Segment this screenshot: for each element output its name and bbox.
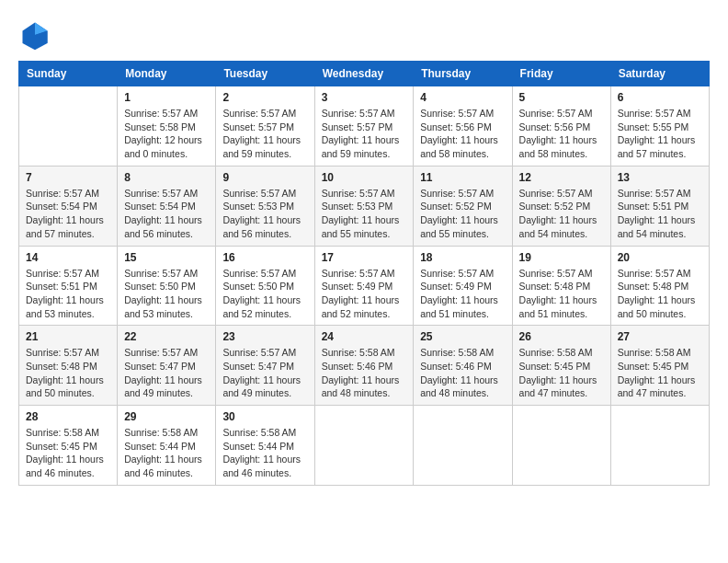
calendar-cell: 12Sunrise: 5:57 AMSunset: 5:52 PMDayligh… (512, 166, 610, 246)
weekday-header-thursday: Thursday (414, 62, 512, 86)
calendar-cell: 23Sunrise: 5:57 AMSunset: 5:47 PMDayligh… (216, 326, 314, 406)
calendar-cell: 17Sunrise: 5:57 AMSunset: 5:49 PMDayligh… (314, 246, 414, 326)
day-number: 20 (618, 251, 702, 264)
day-number: 6 (618, 91, 702, 104)
day-info: Sunrise: 5:57 AMSunset: 5:50 PMDaylight:… (124, 267, 209, 321)
day-info: Sunrise: 5:57 AMSunset: 5:55 PMDaylight:… (618, 107, 702, 161)
calendar-cell: 8Sunrise: 5:57 AMSunset: 5:54 PMDaylight… (118, 166, 216, 246)
logo (18, 18, 55, 52)
weekday-header-tuesday: Tuesday (216, 62, 314, 86)
day-number: 18 (420, 251, 505, 264)
day-info: Sunrise: 5:57 AMSunset: 5:47 PMDaylight:… (124, 346, 209, 400)
weekday-header-friday: Friday (512, 62, 610, 86)
calendar-table: SundayMondayTuesdayWednesdayThursdayFrid… (18, 61, 710, 486)
logo-icon (18, 18, 51, 52)
day-number: 4 (420, 91, 505, 104)
calendar-cell: 30Sunrise: 5:58 AMSunset: 5:44 PMDayligh… (216, 406, 314, 486)
calendar-cell: 2Sunrise: 5:57 AMSunset: 5:57 PMDaylight… (216, 86, 314, 167)
day-info: Sunrise: 5:58 AMSunset: 5:44 PMDaylight:… (124, 426, 209, 480)
day-number: 21 (26, 330, 110, 343)
day-info: Sunrise: 5:57 AMSunset: 5:54 PMDaylight:… (124, 187, 209, 241)
day-number: 16 (222, 251, 307, 264)
calendar-cell: 4Sunrise: 5:57 AMSunset: 5:56 PMDaylight… (414, 86, 512, 167)
calendar-cell: 7Sunrise: 5:57 AMSunset: 5:54 PMDaylight… (19, 166, 118, 246)
day-info: Sunrise: 5:57 AMSunset: 5:57 PMDaylight:… (322, 107, 407, 161)
calendar-week-row: 21Sunrise: 5:57 AMSunset: 5:48 PMDayligh… (19, 326, 710, 406)
day-number: 29 (124, 410, 209, 423)
day-info: Sunrise: 5:57 AMSunset: 5:54 PMDaylight:… (26, 187, 110, 241)
day-number: 5 (519, 91, 604, 104)
day-number: 2 (222, 91, 307, 104)
day-info: Sunrise: 5:57 AMSunset: 5:48 PMDaylight:… (618, 267, 702, 321)
calendar-week-row: 14Sunrise: 5:57 AMSunset: 5:51 PMDayligh… (19, 246, 710, 326)
day-info: Sunrise: 5:57 AMSunset: 5:47 PMDaylight:… (222, 346, 307, 400)
weekday-header-monday: Monday (118, 62, 216, 86)
day-number: 22 (124, 330, 209, 343)
calendar-cell: 25Sunrise: 5:58 AMSunset: 5:46 PMDayligh… (414, 326, 512, 406)
day-number: 11 (420, 171, 505, 184)
calendar-cell: 27Sunrise: 5:58 AMSunset: 5:45 PMDayligh… (610, 326, 709, 406)
day-number: 27 (618, 330, 702, 343)
page-header (18, 18, 710, 52)
calendar-cell: 26Sunrise: 5:58 AMSunset: 5:45 PMDayligh… (512, 326, 610, 406)
calendar-cell: 15Sunrise: 5:57 AMSunset: 5:50 PMDayligh… (118, 246, 216, 326)
day-number: 24 (322, 330, 407, 343)
day-number: 7 (26, 171, 110, 184)
day-info: Sunrise: 5:57 AMSunset: 5:57 PMDaylight:… (222, 107, 307, 161)
calendar-cell: 9Sunrise: 5:57 AMSunset: 5:53 PMDaylight… (216, 166, 314, 246)
day-number: 23 (222, 330, 307, 343)
day-info: Sunrise: 5:58 AMSunset: 5:45 PMDaylight:… (618, 346, 702, 400)
calendar-header: SundayMondayTuesdayWednesdayThursdayFrid… (19, 62, 710, 86)
day-number: 9 (222, 171, 307, 184)
weekday-header-sunday: Sunday (19, 62, 118, 86)
day-info: Sunrise: 5:57 AMSunset: 5:53 PMDaylight:… (322, 187, 407, 241)
day-info: Sunrise: 5:57 AMSunset: 5:58 PMDaylight:… (124, 107, 209, 161)
weekday-header-saturday: Saturday (610, 62, 709, 86)
calendar-week-row: 7Sunrise: 5:57 AMSunset: 5:54 PMDaylight… (19, 166, 710, 246)
day-info: Sunrise: 5:57 AMSunset: 5:51 PMDaylight:… (26, 267, 110, 321)
day-number: 12 (519, 171, 604, 184)
calendar-cell: 13Sunrise: 5:57 AMSunset: 5:51 PMDayligh… (610, 166, 709, 246)
calendar-cell: 29Sunrise: 5:58 AMSunset: 5:44 PMDayligh… (118, 406, 216, 486)
day-number: 28 (26, 410, 110, 423)
calendar-cell: 11Sunrise: 5:57 AMSunset: 5:52 PMDayligh… (414, 166, 512, 246)
day-info: Sunrise: 5:57 AMSunset: 5:52 PMDaylight:… (519, 187, 604, 241)
calendar-cell: 22Sunrise: 5:57 AMSunset: 5:47 PMDayligh… (118, 326, 216, 406)
day-info: Sunrise: 5:57 AMSunset: 5:51 PMDaylight:… (618, 187, 702, 241)
day-info: Sunrise: 5:57 AMSunset: 5:53 PMDaylight:… (222, 187, 307, 241)
calendar-cell: 28Sunrise: 5:58 AMSunset: 5:45 PMDayligh… (19, 406, 118, 486)
day-number: 26 (519, 330, 604, 343)
day-number: 30 (222, 410, 307, 423)
day-number: 1 (124, 91, 209, 104)
calendar-cell (19, 86, 118, 167)
day-number: 19 (519, 251, 604, 264)
calendar-cell (414, 406, 512, 486)
weekday-header-row: SundayMondayTuesdayWednesdayThursdayFrid… (19, 62, 710, 86)
day-number: 10 (322, 171, 407, 184)
calendar-week-row: 1Sunrise: 5:57 AMSunset: 5:58 PMDaylight… (19, 86, 710, 167)
calendar-cell: 19Sunrise: 5:57 AMSunset: 5:48 PMDayligh… (512, 246, 610, 326)
calendar-cell: 5Sunrise: 5:57 AMSunset: 5:56 PMDaylight… (512, 86, 610, 167)
day-info: Sunrise: 5:58 AMSunset: 5:45 PMDaylight:… (26, 426, 110, 480)
day-info: Sunrise: 5:57 AMSunset: 5:56 PMDaylight:… (519, 107, 604, 161)
day-number: 15 (124, 251, 209, 264)
day-info: Sunrise: 5:57 AMSunset: 5:49 PMDaylight:… (420, 267, 505, 321)
calendar-body: 1Sunrise: 5:57 AMSunset: 5:58 PMDaylight… (19, 86, 710, 486)
calendar-cell: 10Sunrise: 5:57 AMSunset: 5:53 PMDayligh… (314, 166, 414, 246)
calendar-week-row: 28Sunrise: 5:58 AMSunset: 5:45 PMDayligh… (19, 406, 710, 486)
day-info: Sunrise: 5:57 AMSunset: 5:50 PMDaylight:… (222, 267, 307, 321)
day-number: 8 (124, 171, 209, 184)
calendar-cell (314, 406, 414, 486)
calendar-cell (512, 406, 610, 486)
day-info: Sunrise: 5:57 AMSunset: 5:48 PMDaylight:… (519, 267, 604, 321)
day-info: Sunrise: 5:57 AMSunset: 5:48 PMDaylight:… (26, 346, 110, 400)
day-number: 13 (618, 171, 702, 184)
calendar-cell: 6Sunrise: 5:57 AMSunset: 5:55 PMDaylight… (610, 86, 709, 167)
calendar-cell: 24Sunrise: 5:58 AMSunset: 5:46 PMDayligh… (314, 326, 414, 406)
day-info: Sunrise: 5:57 AMSunset: 5:49 PMDaylight:… (322, 267, 407, 321)
calendar-cell: 21Sunrise: 5:57 AMSunset: 5:48 PMDayligh… (19, 326, 118, 406)
calendar-cell: 20Sunrise: 5:57 AMSunset: 5:48 PMDayligh… (610, 246, 709, 326)
day-number: 3 (322, 91, 407, 104)
calendar-cell: 3Sunrise: 5:57 AMSunset: 5:57 PMDaylight… (314, 86, 414, 167)
day-number: 25 (420, 330, 505, 343)
